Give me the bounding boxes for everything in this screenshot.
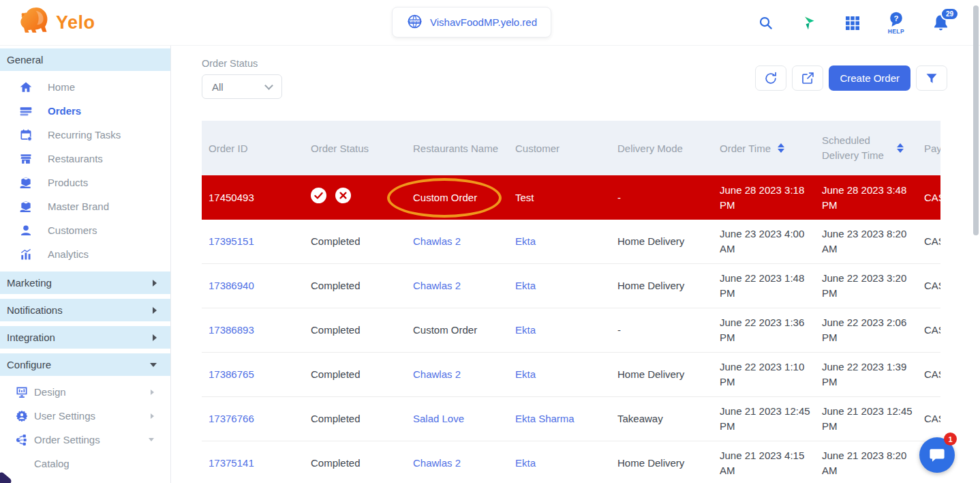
sidebar-item-master-brand[interactable]: Master Brand (0, 194, 170, 218)
create-order-button[interactable]: Create Order (829, 65, 910, 91)
order-status-text: Completed (311, 280, 361, 291)
table-row[interactable]: 17375141 Completed Chawlas 2 Ekta Home D… (202, 441, 940, 483)
sidebar-section-configure[interactable]: Configure (0, 353, 170, 376)
payment-method: CAS (924, 280, 940, 291)
col-restaurants-name: Restaurants Name (406, 143, 508, 154)
order-status-text: Completed (311, 235, 361, 247)
chevron-down-icon (149, 438, 154, 441)
sidebar-item-checkout[interactable]: Checkout (0, 475, 170, 483)
sidebar-item-catalog[interactable]: Catalog (0, 452, 170, 475)
delivery-mode: Home Delivery (617, 457, 684, 469)
payment-method: CAS (924, 368, 940, 380)
svg-text:WWW: WWW (410, 19, 420, 23)
sidebar-item-analytics[interactable]: Analytics (0, 242, 170, 266)
table-row[interactable]: 17376766 Completed Salad Love Ekta Sharm… (202, 397, 940, 441)
order-time: June 21 2023 12:45 PM (720, 405, 810, 432)
notifications-bell-icon[interactable]: 29 (932, 14, 950, 32)
sidebar-section-integration[interactable]: Integration (0, 326, 170, 349)
brand-icon (19, 200, 33, 214)
table-row[interactable]: 17386893 Completed Custom Order Ekta - J… (202, 308, 940, 353)
sidebar-subitem-label: Catalog (34, 458, 154, 469)
order-time: June 22 2023 1:36 PM (720, 317, 804, 343)
sidebar-section-general[interactable]: General (0, 48, 170, 71)
customer-name[interactable]: Ekta (515, 280, 536, 291)
customer-name[interactable]: Ekta (515, 324, 536, 336)
green-cursor-icon[interactable] (801, 15, 817, 31)
scheduled-delivery-time: June 22 2023 2:06 PM (822, 317, 906, 343)
chat-widget-button[interactable]: 1 (919, 437, 955, 473)
restaurant-name[interactable]: Chawlas 2 (413, 280, 461, 291)
sidebar-sections: MarketingNotificationsIntegrationConfigu… (0, 272, 170, 483)
sidebar-item-label: Home (48, 81, 75, 93)
sidebar-item-design[interactable]: Design (0, 380, 170, 404)
sort-scheduled-time-icon[interactable] (897, 143, 904, 153)
restaurant-name[interactable]: Chawlas 2 (413, 368, 461, 380)
chevron-right-icon (153, 334, 157, 341)
table-row[interactable]: 17450493 Custom Order Test - June 28 202… (202, 175, 940, 220)
sidebar-item-order-settings[interactable]: Order Settings (0, 428, 170, 452)
site-url-chip[interactable]: WWW VishavFoodMP.yelo.red (392, 7, 551, 38)
export-button[interactable] (792, 65, 823, 91)
sidebar-item-customers[interactable]: Customers (0, 218, 170, 242)
payment-method: CAS (924, 235, 940, 247)
sidebar-item-label: Analytics (48, 248, 89, 260)
col-customer: Customer (508, 143, 611, 154)
order-id[interactable]: 17376766 (209, 413, 254, 424)
search-icon[interactable] (758, 15, 774, 31)
table-row[interactable]: 17386940 Completed Chawlas 2 Ekta Home D… (202, 264, 940, 308)
sidebar-item-orders[interactable]: Orders (0, 99, 170, 123)
restaurant-name[interactable]: Chawlas 2 (413, 457, 461, 469)
section-label: General (7, 54, 43, 65)
chevron-down-icon (150, 363, 157, 367)
sidebar-section-notifications[interactable]: Notifications (0, 299, 170, 321)
sidebar-item-restaurants[interactable]: Restaurants (0, 147, 170, 171)
svg-text:?: ? (893, 14, 898, 23)
filter-button[interactable] (916, 65, 947, 91)
calendar-icon (19, 128, 33, 142)
order-id[interactable]: 17386893 (209, 324, 254, 336)
sidebar-item-recurring-tasks[interactable]: Recurring Tasks (0, 123, 170, 147)
scheduled-delivery-time: June 21 2023 8:20 AM (822, 450, 906, 476)
sort-order-time-icon[interactable] (778, 143, 784, 153)
order-id[interactable]: 17386765 (209, 368, 254, 380)
order-id[interactable]: 17375141 (209, 457, 254, 469)
order-time: June 22 2023 1:48 PM (720, 272, 804, 299)
order-id[interactable]: 17450493 (209, 192, 254, 203)
customer-name[interactable]: Ekta (515, 235, 536, 247)
scrollbar-thumb[interactable] (973, 5, 979, 235)
status-action-icons (311, 188, 406, 207)
order-status-select[interactable]: All (202, 74, 282, 99)
reject-x-icon[interactable] (335, 188, 351, 207)
customer-name[interactable]: Ekta Sharma (515, 413, 575, 424)
configure-sub-list: Design User Settings Order Settings Cata… (0, 376, 170, 483)
sidebar-item-label: Products (48, 177, 88, 188)
delivery-mode: Home Delivery (617, 235, 684, 247)
refresh-button[interactable] (755, 65, 786, 91)
restaurant-name[interactable]: Salad Love (413, 413, 464, 424)
orders-icon (19, 104, 33, 118)
yelo-logo[interactable]: Yelo (18, 5, 95, 40)
chevron-right-icon (151, 390, 154, 395)
table-row[interactable]: 17395151 Completed Chawlas 2 Ekta Home D… (202, 220, 940, 264)
delivery-mode: Home Delivery (617, 368, 684, 380)
apps-grid-icon[interactable] (844, 15, 861, 31)
table-row[interactable]: 17386765 Completed Chawlas 2 Ekta Home D… (202, 353, 940, 397)
help-icon[interactable]: ? HELP (888, 11, 904, 35)
delivery-mode: - (617, 324, 621, 336)
order-id[interactable]: 17386940 (209, 280, 254, 291)
restaurant-name[interactable]: Chawlas 2 (413, 235, 461, 247)
customer-name[interactable]: Ekta (515, 457, 536, 469)
order-id[interactable]: 17395151 (209, 235, 254, 247)
sidebar-item-products[interactable]: Products (0, 171, 170, 194)
accept-check-icon[interactable] (311, 188, 326, 207)
customer-name[interactable]: Ekta (515, 368, 536, 380)
restaurant-name: Custom Order (413, 324, 477, 336)
sidebar-item-home[interactable]: Home (0, 75, 170, 99)
page-scrollbar[interactable] (972, 0, 980, 483)
sidebar-section-marketing[interactable]: Marketing (0, 272, 170, 294)
sidebar-item-user-settings[interactable]: User Settings (0, 404, 170, 428)
user-settings-icon (15, 409, 29, 423)
section-label: Notifications (7, 304, 63, 316)
col-scheduled-delivery-time: Scheduled Delivery Time (815, 133, 917, 164)
scheduled-delivery-time: June 23 2023 8:20 AM (822, 228, 906, 254)
